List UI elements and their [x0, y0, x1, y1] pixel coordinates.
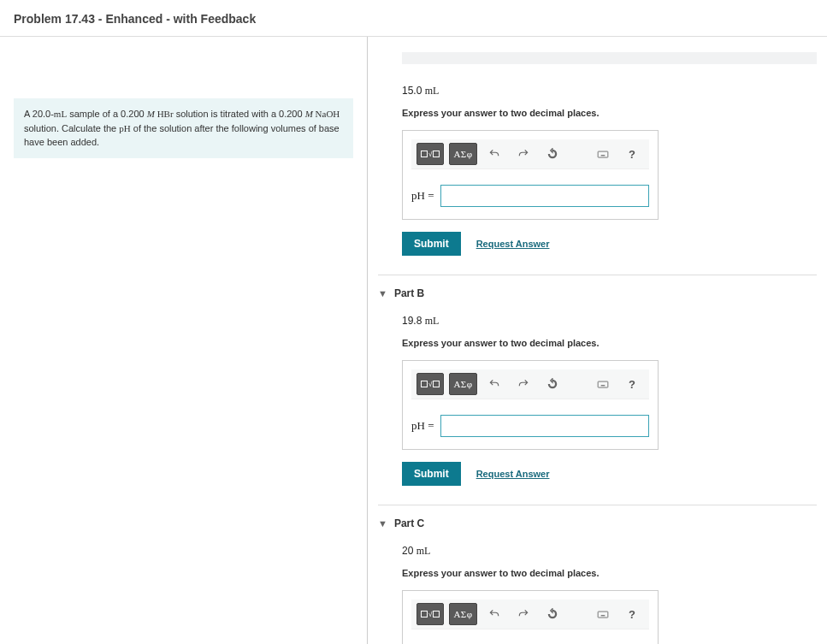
editor-toolbar: √ ΑΣφ	[411, 369, 649, 399]
part-header[interactable]: ▼ Part B	[378, 287, 817, 299]
caret-down-icon: ▼	[378, 288, 387, 298]
submit-button[interactable]: Submit	[402, 462, 461, 486]
stmt-chem: NaOH	[313, 109, 340, 119]
svg-rect-6	[598, 381, 608, 387]
instruction-text: Express your answer to two decimal place…	[402, 568, 817, 578]
help-button[interactable]: ?	[620, 143, 644, 165]
right-column: 15.0 mL Express your answer to two decim…	[368, 37, 827, 644]
keyboard-button[interactable]	[591, 603, 615, 625]
template-icon: √	[421, 381, 440, 388]
answer-label: pH =	[411, 189, 434, 203]
svg-rect-8	[598, 612, 608, 617]
editor-toolbar: √ ΑΣφ	[411, 139, 649, 169]
reset-icon	[546, 148, 558, 160]
part-divider	[378, 505, 817, 505]
volume-unit: mL	[425, 315, 440, 327]
undo-button[interactable]	[482, 143, 506, 165]
main-layout: A 20.0-mL sample of a 0.200 M HBr soluti…	[0, 37, 827, 644]
answer-widget: √ ΑΣφ	[402, 360, 659, 450]
reset-button[interactable]	[541, 143, 564, 165]
part-body: 15.0 mL Express your answer to two decim…	[378, 85, 817, 256]
stmt-unit: mL	[54, 109, 67, 119]
volume-unit: mL	[425, 85, 440, 97]
stmt-chem: HBr	[155, 109, 174, 119]
volume-number: 15.0	[402, 85, 425, 97]
answer-widget: √ ΑΣφ	[402, 130, 659, 220]
reset-icon	[546, 608, 558, 620]
stmt-ph: pH	[119, 123, 130, 133]
undo-icon	[488, 608, 500, 620]
answer-input[interactable]	[440, 185, 649, 207]
stmt-text: solution is titrated with a 0.200	[174, 109, 305, 119]
part-body: 19.8 mL Express your answer to two decim…	[378, 315, 817, 486]
action-row: Submit Request Answer	[402, 232, 817, 256]
part-grey-bar	[402, 52, 817, 64]
undo-icon	[488, 148, 500, 160]
keyboard-icon	[597, 378, 609, 390]
template-button[interactable]: √	[416, 603, 444, 625]
part-body: 20 mL Express your answer to two decimal…	[378, 545, 817, 644]
redo-button[interactable]	[511, 143, 535, 165]
greek-button[interactable]: ΑΣφ	[449, 143, 476, 165]
answer-input[interactable]	[440, 415, 649, 437]
help-button[interactable]: ?	[620, 603, 644, 625]
redo-icon	[517, 608, 529, 620]
stmt-var: M	[305, 109, 313, 119]
left-column: A 20.0-mL sample of a 0.200 M HBr soluti…	[0, 37, 368, 644]
redo-icon	[517, 378, 529, 390]
help-button[interactable]: ?	[620, 373, 644, 395]
volume-number: 19.8	[402, 315, 425, 327]
answer-row: pH =	[411, 415, 649, 437]
greek-button[interactable]: ΑΣφ	[449, 373, 476, 395]
submit-button[interactable]: Submit	[402, 232, 461, 256]
part-c: ▼ Part C 20 mL Express your answer to tw…	[378, 517, 817, 644]
answer-label: pH =	[411, 419, 434, 433]
redo-button[interactable]	[511, 373, 535, 395]
instruction-text: Express your answer to two decimal place…	[402, 338, 817, 348]
part-label: Part B	[394, 287, 424, 299]
keyboard-icon	[597, 608, 609, 620]
reset-button[interactable]	[541, 373, 564, 395]
volume-label: 19.8 mL	[402, 315, 817, 328]
volume-label: 20 mL	[402, 545, 817, 558]
template-icon: √	[421, 151, 440, 158]
keyboard-icon	[597, 148, 609, 160]
keyboard-button[interactable]	[591, 373, 615, 395]
volume-number: 20	[402, 545, 416, 557]
problem-statement: A 20.0-mL sample of a 0.200 M HBr soluti…	[14, 98, 353, 158]
volume-label: 15.0 mL	[402, 85, 817, 97]
part-label: Part C	[394, 517, 424, 529]
request-answer-link[interactable]: Request Answer	[476, 469, 550, 479]
template-icon: √	[421, 611, 440, 618]
volume-unit: mL	[416, 545, 431, 557]
stmt-var: M	[147, 109, 155, 119]
undo-button[interactable]	[482, 603, 506, 625]
greek-button[interactable]: ΑΣφ	[449, 603, 476, 625]
part-header[interactable]: ▼ Part C	[378, 517, 817, 529]
editor-toolbar: √ ΑΣφ	[411, 600, 649, 629]
part-a: 15.0 mL Express your answer to two decim…	[378, 52, 817, 256]
answer-row: pH =	[411, 185, 649, 207]
page-title: Problem 17.43 - Enhanced - with Feedback	[0, 0, 827, 37]
redo-icon	[517, 148, 529, 160]
part-divider	[378, 275, 817, 275]
stmt-text: sample of a 0.200	[67, 109, 147, 119]
reset-button[interactable]	[541, 603, 564, 625]
svg-rect-0	[598, 151, 608, 157]
stmt-text: solution. Calculate the	[24, 123, 119, 133]
instruction-text: Express your answer to two decimal place…	[402, 108, 817, 118]
undo-button[interactable]	[482, 373, 506, 395]
template-button[interactable]: √	[416, 373, 444, 395]
stmt-text: A 20.0-	[24, 109, 54, 119]
template-button[interactable]: √	[416, 143, 444, 165]
answer-widget: √ ΑΣφ	[402, 590, 659, 644]
keyboard-button[interactable]	[591, 143, 615, 165]
reset-icon	[546, 378, 558, 390]
action-row: Submit Request Answer	[402, 462, 817, 486]
caret-down-icon: ▼	[378, 518, 387, 529]
part-b: ▼ Part B 19.8 mL Express your answer to …	[378, 287, 817, 486]
request-answer-link[interactable]: Request Answer	[476, 239, 550, 249]
undo-icon	[488, 378, 500, 390]
redo-button[interactable]	[511, 603, 535, 625]
